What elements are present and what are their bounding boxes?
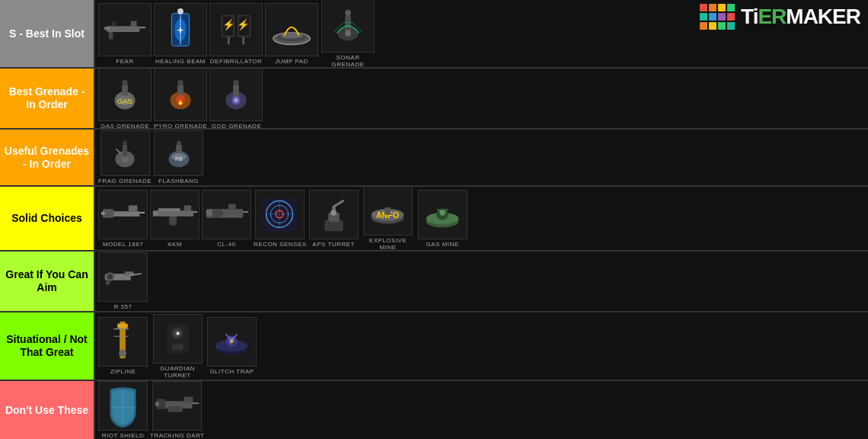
- list-item[interactable]: FRAG GRENADE: [98, 130, 152, 184]
- list-item[interactable]: SONAR GRENADE: [321, 0, 375, 68]
- svg-rect-115: [184, 396, 193, 402]
- svg-rect-97: [117, 324, 128, 328]
- list-item[interactable]: ⚡⚡ DEFIBRILLATOR: [209, 3, 263, 65]
- tier-items-solid: MODEL 1887 AKM CL-40 RECON: [95, 187, 868, 250]
- tier-label-s: S - Best In Slot: [0, 0, 95, 67]
- list-item[interactable]: + HEALING BEAM: [154, 3, 207, 65]
- tier-label-grenade-best: Best Grenade - In Order: [0, 69, 95, 128]
- logo-text: TiERMAKER: [741, 5, 860, 29]
- svg-point-23: [281, 32, 303, 38]
- list-item[interactable]: ZIPLINE: [98, 317, 148, 375]
- svg-text:🔥: 🔥: [177, 97, 184, 104]
- svg-text:⚡: ⚡: [228, 338, 235, 344]
- list-item[interactable]: GAS MINE: [418, 190, 468, 248]
- svg-point-26: [345, 10, 351, 16]
- svg-point-30: [122, 79, 128, 85]
- list-item[interactable]: GAS GAS GRENADE: [98, 68, 152, 130]
- list-item[interactable]: ⚡ GLITCH TRAP: [207, 317, 257, 375]
- svg-point-27: [345, 30, 351, 37]
- logo-grid: [700, 4, 735, 30]
- svg-point-47: [121, 155, 129, 163]
- svg-rect-69: [263, 197, 297, 231]
- svg-rect-58: [153, 210, 193, 216]
- list-item[interactable]: MODEL 1887: [98, 190, 148, 248]
- svg-point-5: [112, 21, 116, 26]
- tiermaker-logo: TiERMAKER: [700, 4, 860, 30]
- svg-rect-1: [131, 21, 137, 26]
- svg-text:⚡: ⚡: [237, 18, 250, 31]
- svg-rect-75: [324, 220, 343, 231]
- svg-rect-2: [109, 31, 113, 39]
- svg-point-87: [439, 210, 445, 216]
- svg-line-78: [333, 200, 343, 207]
- list-item[interactable]: ★ GUARDIAN TURRET: [150, 314, 205, 379]
- tier-label-grenade-useful: Useful Grenades - In Order: [0, 130, 95, 185]
- svg-rect-83: [385, 207, 391, 215]
- svg-rect-63: [158, 208, 180, 211]
- list-item[interactable]: TRACKING DART: [150, 381, 205, 439]
- svg-rect-61: [153, 211, 158, 215]
- svg-rect-65: [228, 203, 236, 209]
- list-item[interactable]: AKM: [150, 190, 199, 248]
- tier-table: S - Best In Slot FEAR + HEALING BEAM ⚡⚡: [0, 0, 868, 439]
- list-item[interactable]: FB FLASHBANG: [154, 130, 203, 184]
- svg-point-42: [235, 98, 239, 102]
- list-item[interactable]: RIOT SHIELD: [98, 381, 148, 439]
- svg-text:GAS: GAS: [117, 96, 132, 104]
- svg-rect-59: [184, 205, 192, 210]
- tier-row-solid: Solid Choices MODEL 1887 AKM: [0, 187, 868, 252]
- list-item[interactable]: 🔥 PYRO GRENADE: [154, 68, 207, 130]
- list-item[interactable]: CL-40: [202, 190, 251, 248]
- svg-point-66: [212, 209, 224, 218]
- svg-rect-56: [101, 212, 105, 215]
- svg-rect-0: [107, 26, 140, 32]
- list-item[interactable]: R 357: [98, 252, 148, 310]
- tier-label-solid: Solid Choices: [0, 187, 95, 250]
- tier-row-great: Great If You Can Aim R 357: [0, 252, 868, 312]
- svg-point-10: [177, 8, 183, 14]
- tier-label-great: Great If You Can Aim: [0, 252, 95, 311]
- svg-point-50: [177, 141, 181, 146]
- svg-rect-3: [104, 27, 110, 30]
- svg-rect-103: [172, 344, 183, 350]
- svg-text:⚡: ⚡: [222, 18, 235, 31]
- tier-items-dont: RIOT SHIELD TRACKING DART: [95, 381, 868, 439]
- tier-row-situational: Situational / Not That Great ZIPLINE ★ G…: [0, 312, 868, 381]
- tier-row-s: S - Best In Slot FEAR + HEALING BEAM ⚡⚡: [0, 0, 868, 69]
- svg-point-94: [106, 280, 110, 285]
- svg-text:FB: FB: [175, 155, 183, 162]
- list-item[interactable]: APS TURRET: [309, 190, 359, 248]
- svg-text:+: +: [177, 24, 183, 35]
- list-item[interactable]: RECON SENSES: [254, 190, 307, 248]
- list-item[interactable]: GOD GRENADE: [209, 68, 263, 130]
- svg-rect-67: [206, 210, 212, 216]
- svg-point-45: [123, 141, 127, 146]
- svg-text:★: ★: [174, 330, 180, 337]
- svg-point-35: [177, 79, 183, 85]
- svg-point-79: [330, 210, 337, 216]
- svg-rect-54: [129, 205, 138, 211]
- tier-row-grenade-useful: Useful Grenades - In Order FRAG GRENADE …: [0, 130, 868, 187]
- tier-row-grenade-best: Best Grenade - In Order GAS GAS GRENADE …: [0, 69, 868, 130]
- tier-label-situational: Situational / Not That Great: [0, 312, 95, 380]
- svg-point-92: [108, 274, 113, 279]
- svg-line-46: [116, 149, 120, 153]
- list-item[interactable]: JUMP PAD: [265, 3, 318, 65]
- tier-items-grenade-best: GAS GAS GRENADE 🔥 PYRO GRENADE GOD GRENA…: [95, 69, 868, 128]
- tier-items-grenade-useful: FRAG GRENADE FB FLASHBANG: [95, 130, 868, 185]
- tier-items-great: R 357: [95, 252, 868, 311]
- svg-rect-119: [168, 406, 183, 412]
- svg-rect-117: [155, 402, 159, 406]
- list-item[interactable]: ANFO EXPLOSIVE MINE: [361, 186, 416, 251]
- tier-label-dont: Don't Use These: [0, 381, 95, 439]
- svg-point-40: [234, 79, 240, 85]
- svg-rect-60: [169, 216, 177, 225]
- tier-items-situational: ZIPLINE ★ GUARDIAN TURRET ⚡ GLITCH TRAP: [95, 312, 868, 380]
- tier-row-dont: Don't Use These RIOT SHIELD TRACKING DAR…: [0, 381, 868, 439]
- svg-point-98: [119, 350, 126, 357]
- list-item[interactable]: FEAR: [98, 3, 152, 65]
